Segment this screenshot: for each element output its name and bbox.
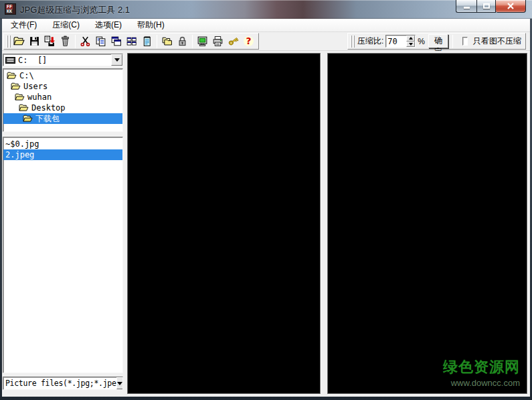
toolbar-separator bbox=[192, 35, 193, 48]
menu-options[interactable]: 选项(E) bbox=[89, 18, 128, 32]
cascade-windows-button[interactable] bbox=[108, 34, 124, 49]
tree-item-users[interactable]: Users bbox=[3, 81, 122, 92]
filter-combo-dropdown-button[interactable] bbox=[116, 377, 123, 389]
copy-button[interactable] bbox=[93, 34, 108, 49]
file-item[interactable]: ~$0.jpg bbox=[3, 139, 122, 149]
drive-combo-value: C: [] bbox=[18, 56, 47, 65]
print-icon bbox=[212, 36, 224, 47]
app-icon-text-bottom: KK bbox=[6, 9, 13, 14]
titlebar[interactable]: FF KK JPG超级压缩与浏览工具 2.1 bbox=[0, 0, 532, 19]
arrow-up-icon bbox=[409, 37, 413, 40]
save-button[interactable] bbox=[27, 34, 42, 49]
drive-combo[interactable]: C: [] bbox=[3, 54, 123, 66]
toolbar-separator bbox=[452, 35, 453, 48]
folder-icon bbox=[11, 82, 21, 90]
tree-item-c-drive[interactable]: C:\ bbox=[3, 70, 122, 81]
folder-icon bbox=[7, 72, 17, 80]
open-folder-button[interactable] bbox=[11, 34, 27, 49]
delete-icon bbox=[60, 36, 71, 47]
cut-icon bbox=[80, 36, 91, 47]
notepad-icon bbox=[141, 36, 153, 47]
arrow-down-icon bbox=[409, 43, 413, 46]
toolbar-band-main: ? bbox=[3, 33, 259, 50]
compression-ratio-spinner bbox=[385, 35, 416, 48]
close-icon bbox=[507, 3, 515, 9]
tree-item-label: Desktop bbox=[31, 103, 66, 113]
app-icon: FF KK bbox=[5, 3, 16, 15]
maximize-icon bbox=[483, 3, 490, 9]
chevron-down-icon bbox=[117, 382, 122, 385]
window-controls bbox=[456, 0, 526, 13]
folders-button[interactable] bbox=[159, 34, 175, 49]
toolbar-grip[interactable] bbox=[353, 36, 355, 48]
toolbar-band-compression: 压缩比: % 确定 只看图不压缩 bbox=[347, 33, 526, 50]
folder-icon bbox=[15, 93, 25, 101]
toolbar-separator bbox=[75, 35, 76, 48]
confirm-button[interactable]: 确定 bbox=[428, 34, 448, 48]
folders-icon bbox=[161, 36, 173, 47]
watermark-site-url: www.downcc.com bbox=[443, 378, 520, 388]
delete-button[interactable] bbox=[58, 34, 73, 49]
menu-file[interactable]: 文件(F) bbox=[5, 18, 43, 32]
lock-button[interactable] bbox=[175, 34, 190, 49]
file-filter-value: Picture files(*.jpg;*.jpe bbox=[3, 379, 116, 388]
file-list: ~$0.jpg 2.jpeg bbox=[3, 137, 123, 373]
svg-text:?: ? bbox=[246, 36, 251, 46]
lock-icon bbox=[177, 36, 188, 47]
compression-ratio-label: 压缩比: bbox=[357, 36, 383, 47]
open-folder-icon bbox=[13, 36, 25, 47]
tree-item-label: wuhan bbox=[27, 92, 52, 102]
file-item-label: ~$0.jpg bbox=[5, 139, 39, 149]
tree-item-desktop[interactable]: Desktop bbox=[3, 103, 122, 113]
drive-combo-value-wrap: C: [] bbox=[3, 56, 111, 65]
chevron-down-icon bbox=[114, 58, 120, 62]
help-button[interactable]: ? bbox=[241, 34, 256, 49]
drive-icon bbox=[5, 57, 15, 64]
save-as-button[interactable] bbox=[42, 34, 58, 49]
window-body: 文件(F) 压缩(C) 选项(E) 帮助(H) bbox=[2, 19, 530, 397]
tree-item-download-folder[interactable]: 下载包 bbox=[3, 113, 122, 124]
tree-item-label: C:\ bbox=[19, 71, 34, 80]
menu-compress[interactable]: 压缩(C) bbox=[46, 18, 86, 32]
watermark: 绿色资源网 www.downcc.com bbox=[443, 357, 520, 388]
tree-item-label: 下载包 bbox=[35, 113, 60, 125]
key-button[interactable] bbox=[226, 34, 241, 49]
compressed-image-panel: 绿色资源网 www.downcc.com bbox=[327, 53, 527, 394]
original-image-panel bbox=[127, 53, 321, 394]
open-folder-icon bbox=[23, 115, 33, 123]
spinner-down-button[interactable] bbox=[406, 42, 415, 48]
toolbar-grip[interactable] bbox=[9, 36, 11, 48]
notepad-button[interactable] bbox=[139, 34, 155, 49]
tree-item-wuhan[interactable]: wuhan bbox=[3, 92, 122, 103]
toolbar-grip[interactable] bbox=[7, 36, 8, 48]
file-item-selected[interactable]: 2.jpeg bbox=[3, 149, 122, 160]
toolbar-separator bbox=[157, 35, 157, 48]
percent-label: % bbox=[418, 37, 425, 46]
file-filter-combo[interactable]: Picture files(*.jpg;*.jpe bbox=[3, 377, 123, 390]
compression-ratio-input[interactable] bbox=[386, 36, 406, 47]
save-icon bbox=[29, 36, 40, 47]
maximize-button[interactable] bbox=[476, 0, 496, 13]
toolbar-grip[interactable] bbox=[351, 36, 352, 48]
save-as-icon bbox=[44, 36, 56, 47]
drive-combo-dropdown-button[interactable] bbox=[111, 54, 122, 66]
file-item-label: 2.jpeg bbox=[5, 150, 34, 159]
menu-help[interactable]: 帮助(H) bbox=[131, 18, 171, 32]
close-button[interactable] bbox=[496, 0, 526, 13]
minimize-button[interactable] bbox=[456, 0, 476, 13]
cascade-windows-icon bbox=[110, 36, 122, 47]
print-button[interactable] bbox=[210, 34, 226, 49]
cut-button[interactable] bbox=[78, 34, 93, 49]
tile-windows-icon bbox=[126, 36, 137, 47]
folder-icon bbox=[19, 104, 29, 112]
view-only-checkbox[interactable] bbox=[462, 37, 468, 46]
tile-windows-button[interactable] bbox=[124, 34, 139, 49]
monitor-button[interactable] bbox=[195, 34, 210, 49]
view-only-label: 只看图不压缩 bbox=[473, 36, 521, 47]
minimize-icon bbox=[464, 7, 470, 9]
window-title: JPG超级压缩与浏览工具 2.1 bbox=[20, 4, 130, 16]
watermark-site-name: 绿色资源网 bbox=[443, 357, 520, 377]
menubar: 文件(F) 压缩(C) 选项(E) 帮助(H) bbox=[2, 19, 530, 32]
app-window: FF KK JPG超级压缩与浏览工具 2.1 文件(F) 压缩(C) 选项(E)… bbox=[0, 0, 532, 400]
spinner-up-button[interactable] bbox=[406, 36, 415, 42]
